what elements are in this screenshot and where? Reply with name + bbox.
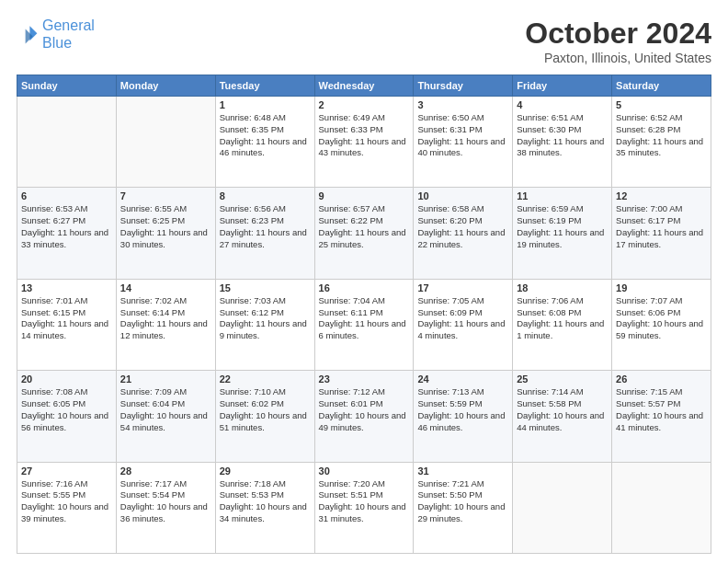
calendar-cell: 26Sunrise: 7:15 AM Sunset: 5:57 PM Dayli… (612, 371, 711, 462)
calendar-cell: 29Sunrise: 7:18 AM Sunset: 5:53 PM Dayli… (215, 462, 314, 553)
calendar-cell: 9Sunrise: 6:57 AM Sunset: 6:22 PM Daylig… (314, 188, 414, 279)
calendar-cell: 27Sunrise: 7:16 AM Sunset: 5:55 PM Dayli… (17, 462, 117, 553)
calendar-cell: 21Sunrise: 7:09 AM Sunset: 6:04 PM Dayli… (116, 371, 215, 462)
calendar-cell: 6Sunrise: 6:53 AM Sunset: 6:27 PM Daylig… (17, 188, 117, 279)
calendar-day-header: Saturday (612, 75, 711, 97)
day-info: Sunrise: 7:07 AM Sunset: 6:06 PM Dayligh… (616, 295, 707, 342)
day-info: Sunrise: 6:51 AM Sunset: 6:30 PM Dayligh… (517, 112, 608, 159)
calendar-week-row: 27Sunrise: 7:16 AM Sunset: 5:55 PM Dayli… (17, 462, 711, 553)
calendar-cell: 28Sunrise: 7:17 AM Sunset: 5:54 PM Dayli… (116, 462, 215, 553)
calendar-cell (17, 97, 117, 188)
calendar-day-header: Friday (513, 75, 612, 97)
calendar-cell: 7Sunrise: 6:55 AM Sunset: 6:25 PM Daylig… (116, 188, 215, 279)
day-number: 5 (616, 99, 707, 110)
day-number: 26 (616, 373, 707, 385)
calendar-cell: 12Sunrise: 7:00 AM Sunset: 6:17 PM Dayli… (612, 188, 711, 279)
day-number: 30 (319, 465, 410, 477)
calendar-cell: 18Sunrise: 7:06 AM Sunset: 6:08 PM Dayli… (513, 279, 612, 370)
subtitle: Paxton, Illinois, United States (525, 51, 711, 65)
day-info: Sunrise: 6:52 AM Sunset: 6:28 PM Dayligh… (616, 112, 707, 159)
day-number: 29 (220, 465, 311, 477)
day-info: Sunrise: 7:17 AM Sunset: 5:54 PM Dayligh… (120, 478, 211, 525)
header: General Blue October 2024 Paxton, Illino… (17, 17, 711, 65)
calendar-cell: 2Sunrise: 6:49 AM Sunset: 6:33 PM Daylig… (314, 97, 414, 188)
day-info: Sunrise: 6:57 AM Sunset: 6:22 PM Dayligh… (319, 203, 410, 250)
calendar-cell (612, 462, 711, 553)
day-number: 21 (120, 373, 211, 385)
calendar-cell: 17Sunrise: 7:05 AM Sunset: 6:09 PM Dayli… (414, 279, 513, 370)
calendar-cell: 16Sunrise: 7:04 AM Sunset: 6:11 PM Dayli… (314, 279, 414, 370)
day-info: Sunrise: 6:50 AM Sunset: 6:31 PM Dayligh… (417, 112, 508, 159)
day-number: 27 (21, 465, 112, 477)
calendar-cell: 15Sunrise: 7:03 AM Sunset: 6:12 PM Dayli… (215, 279, 314, 370)
day-info: Sunrise: 7:03 AM Sunset: 6:12 PM Dayligh… (220, 295, 311, 342)
day-info: Sunrise: 7:04 AM Sunset: 6:11 PM Dayligh… (319, 295, 410, 342)
calendar-day-header: Monday (116, 75, 215, 97)
day-number: 15 (220, 282, 311, 293)
day-info: Sunrise: 7:06 AM Sunset: 6:08 PM Dayligh… (517, 295, 608, 342)
day-number: 7 (120, 190, 211, 201)
day-number: 25 (517, 373, 608, 385)
calendar-cell: 5Sunrise: 6:52 AM Sunset: 6:28 PM Daylig… (612, 97, 711, 188)
logo-line2: Blue (42, 35, 72, 51)
day-number: 11 (517, 190, 608, 201)
day-info: Sunrise: 7:08 AM Sunset: 6:05 PM Dayligh… (21, 386, 112, 433)
day-number: 8 (220, 190, 311, 201)
day-info: Sunrise: 7:20 AM Sunset: 5:51 PM Dayligh… (319, 478, 410, 525)
calendar-cell: 1Sunrise: 6:48 AM Sunset: 6:35 PM Daylig… (215, 97, 314, 188)
calendar-cell: 8Sunrise: 6:56 AM Sunset: 6:23 PM Daylig… (215, 188, 314, 279)
main-title: October 2024 (525, 17, 711, 51)
calendar-cell (116, 97, 215, 188)
calendar-day-header: Sunday (17, 75, 117, 97)
page: General Blue October 2024 Paxton, Illino… (0, 0, 728, 563)
day-info: Sunrise: 7:12 AM Sunset: 6:01 PM Dayligh… (319, 386, 410, 433)
day-number: 20 (21, 373, 112, 385)
calendar-cell: 22Sunrise: 7:10 AM Sunset: 6:02 PM Dayli… (215, 371, 314, 462)
calendar-day-header: Wednesday (314, 75, 414, 97)
day-number: 13 (21, 282, 112, 293)
calendar-cell: 11Sunrise: 6:59 AM Sunset: 6:19 PM Dayli… (513, 188, 612, 279)
calendar-day-header: Thursday (414, 75, 513, 97)
day-number: 12 (616, 190, 707, 201)
day-info: Sunrise: 7:14 AM Sunset: 5:58 PM Dayligh… (517, 386, 608, 433)
day-info: Sunrise: 6:53 AM Sunset: 6:27 PM Dayligh… (21, 203, 112, 250)
logo-text: General Blue (42, 17, 95, 52)
calendar-week-row: 6Sunrise: 6:53 AM Sunset: 6:27 PM Daylig… (17, 188, 711, 279)
day-info: Sunrise: 6:55 AM Sunset: 6:25 PM Dayligh… (120, 203, 211, 250)
svg-marker-0 (29, 26, 37, 40)
calendar-cell: 23Sunrise: 7:12 AM Sunset: 6:01 PM Dayli… (314, 371, 414, 462)
day-number: 28 (120, 465, 211, 477)
logo-icon (17, 23, 39, 45)
day-info: Sunrise: 7:18 AM Sunset: 5:53 PM Dayligh… (220, 478, 311, 525)
calendar-cell: 10Sunrise: 6:58 AM Sunset: 6:20 PM Dayli… (414, 188, 513, 279)
day-info: Sunrise: 6:48 AM Sunset: 6:35 PM Dayligh… (220, 112, 311, 159)
day-info: Sunrise: 7:10 AM Sunset: 6:02 PM Dayligh… (220, 386, 311, 433)
day-info: Sunrise: 7:01 AM Sunset: 6:15 PM Dayligh… (21, 295, 112, 342)
calendar-cell: 20Sunrise: 7:08 AM Sunset: 6:05 PM Dayli… (17, 371, 117, 462)
day-number: 1 (220, 99, 311, 110)
day-number: 19 (616, 282, 707, 293)
day-number: 16 (319, 282, 410, 293)
day-info: Sunrise: 7:16 AM Sunset: 5:55 PM Dayligh… (21, 478, 112, 525)
day-number: 22 (220, 373, 311, 385)
calendar-cell: 25Sunrise: 7:14 AM Sunset: 5:58 PM Dayli… (513, 371, 612, 462)
day-number: 14 (120, 282, 211, 293)
day-info: Sunrise: 6:58 AM Sunset: 6:20 PM Dayligh… (417, 203, 508, 250)
day-info: Sunrise: 7:13 AM Sunset: 5:59 PM Dayligh… (417, 386, 508, 433)
day-number: 6 (21, 190, 112, 201)
calendar-cell: 4Sunrise: 6:51 AM Sunset: 6:30 PM Daylig… (513, 97, 612, 188)
calendar-cell: 19Sunrise: 7:07 AM Sunset: 6:06 PM Dayli… (612, 279, 711, 370)
logo-line1: General (42, 17, 95, 33)
day-info: Sunrise: 7:00 AM Sunset: 6:17 PM Dayligh… (616, 203, 707, 250)
calendar-cell: 13Sunrise: 7:01 AM Sunset: 6:15 PM Dayli… (17, 279, 117, 370)
day-number: 23 (319, 373, 410, 385)
day-number: 3 (417, 99, 508, 110)
calendar-cell: 14Sunrise: 7:02 AM Sunset: 6:14 PM Dayli… (116, 279, 215, 370)
day-info: Sunrise: 6:56 AM Sunset: 6:23 PM Dayligh… (220, 203, 311, 250)
logo: General Blue (17, 17, 95, 52)
calendar-cell: 3Sunrise: 6:50 AM Sunset: 6:31 PM Daylig… (414, 97, 513, 188)
calendar-week-row: 1Sunrise: 6:48 AM Sunset: 6:35 PM Daylig… (17, 97, 711, 188)
day-info: Sunrise: 7:21 AM Sunset: 5:50 PM Dayligh… (417, 478, 508, 525)
calendar-cell (513, 462, 612, 553)
day-number: 17 (417, 282, 508, 293)
